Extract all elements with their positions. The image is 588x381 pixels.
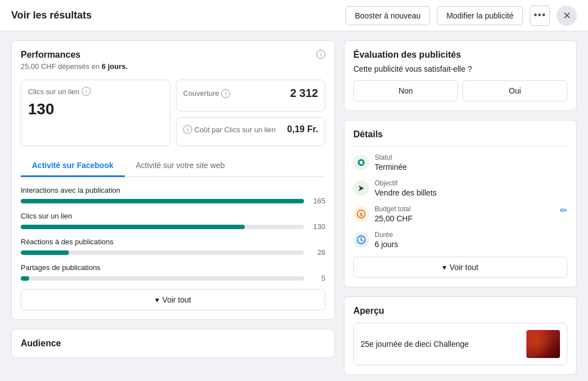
apercu-preview: 25e journée de dieci Challenge xyxy=(353,323,567,365)
dots-icon: ••• xyxy=(534,10,546,21)
bar-label-clics: Clics sur un lien xyxy=(21,212,325,220)
bar-label-interactions: Interactions avec la publication xyxy=(21,186,325,194)
performances-card: Performances i 25,00 CHF dépensés en 6 j… xyxy=(11,40,335,320)
activity-tabs: Activité sur Facebook Activité sur votre… xyxy=(21,155,325,177)
budget-value: 25,00 CHF xyxy=(375,214,554,223)
duree-icon xyxy=(353,232,369,248)
bar-track-clics xyxy=(21,225,304,229)
detail-row-budget: $ Budget total 25,00 CHF ✏ xyxy=(353,205,567,223)
clics-info-icon[interactable]: i xyxy=(82,87,91,96)
chevron-down-icon: ▾ xyxy=(155,295,159,304)
main-layout: Performances i 25,00 CHF dépensés en 6 j… xyxy=(0,31,588,381)
bar-count-reactions: 28 xyxy=(309,248,325,257)
bar-row-partages: Partages de publications 5 xyxy=(21,263,325,282)
bar-fill-partages xyxy=(21,276,29,281)
bar-track-reactions xyxy=(21,250,304,255)
page-title: Voir les résultats xyxy=(11,10,339,21)
right-stats: Couverture i 2 312 i Coût par Clics sur … xyxy=(176,80,325,146)
budget-key: Budget total xyxy=(375,205,554,213)
apercu-title: Aperçu xyxy=(353,306,567,316)
budget-edit-icon[interactable]: ✏ xyxy=(560,205,567,216)
more-options-button[interactable]: ••• xyxy=(530,6,550,26)
left-column: Performances i 25,00 CHF dépensés en 6 j… xyxy=(11,40,335,372)
evaluation-question: Cette publicité vous satisfait-elle ? xyxy=(353,64,567,73)
performances-info-icon[interactable]: i xyxy=(316,50,325,59)
status-icon xyxy=(353,155,369,170)
bar-fill-clics xyxy=(21,225,245,229)
cout-box: i Coût par Clics sur un lien 0,19 Fr. xyxy=(176,117,325,146)
tab-site[interactable]: Activité sur votre site web xyxy=(125,155,236,177)
right-column: Évaluation des publicités Cette publicit… xyxy=(344,40,577,372)
performances-header: Performances i xyxy=(21,50,325,60)
apercu-thumbnail xyxy=(526,330,560,358)
non-button[interactable]: Non xyxy=(353,80,458,101)
bar-count-interactions: 165 xyxy=(309,197,325,205)
duree-key: Durée xyxy=(375,231,567,239)
bar-fill-interactions xyxy=(21,199,304,203)
cout-label: i Coût par Clics sur un lien 0,19 Fr. xyxy=(183,124,318,134)
duree-content: Durée 6 jours xyxy=(375,231,567,249)
stats-grid: Clics sur un lien i 130 Couverture i 2 3… xyxy=(21,80,325,146)
clics-box: Clics sur un lien i 130 xyxy=(21,80,170,146)
couverture-box: Couverture i 2 312 xyxy=(176,80,325,111)
bar-row-clics: Clics sur un lien 130 xyxy=(21,212,325,231)
bar-row-reactions: Réactions à des publications 28 xyxy=(21,238,325,257)
details-card: Détails Statut Terminée xyxy=(344,120,577,287)
clics-label: Clics sur un lien i xyxy=(28,87,163,96)
bar-track-partages xyxy=(21,276,304,281)
svg-marker-2 xyxy=(358,185,364,191)
oui-button[interactable]: Oui xyxy=(463,80,567,101)
couverture-label: Couverture i 2 312 xyxy=(183,87,318,100)
objectif-key: Objectif xyxy=(375,179,567,187)
evaluation-card: Évaluation des publicités Cette publicit… xyxy=(344,40,577,111)
chevron-down-icon-details: ▾ xyxy=(442,263,446,272)
bar-container-interactions: 165 xyxy=(21,197,325,205)
view-all-details-button[interactable]: ▾ Voir tout xyxy=(353,257,567,278)
audience-card: Audience xyxy=(11,329,335,358)
bar-count-partages: 5 xyxy=(309,274,325,282)
header: Voir les résultats Booster à nouveau Mod… xyxy=(0,0,588,31)
objectif-value: Vendre des billets xyxy=(375,188,567,197)
evaluation-title: Évaluation des publicités xyxy=(353,50,567,60)
bar-container-clics: 130 xyxy=(21,222,325,231)
bar-label-partages: Partages de publications xyxy=(21,263,325,272)
close-icon: ✕ xyxy=(563,10,571,22)
couverture-info-icon[interactable]: i xyxy=(221,89,230,98)
performances-title: Performances xyxy=(21,50,81,60)
budget-icon: $ xyxy=(353,206,369,222)
performances-subtitle: 25,00 CHF dépensés en 6 jours. xyxy=(21,62,325,71)
bar-container-partages: 5 xyxy=(21,274,325,282)
bar-container-reactions: 28 xyxy=(21,248,325,257)
cout-value: 0,19 Fr. xyxy=(278,124,318,134)
apercu-preview-text: 25e journée de dieci Challenge xyxy=(361,340,520,349)
booster-button[interactable]: Booster à nouveau xyxy=(346,6,431,25)
view-all-performances-button[interactable]: ▾ Voir tout xyxy=(21,289,325,310)
audience-title: Audience xyxy=(21,338,325,349)
clics-value: 130 xyxy=(28,100,163,118)
detail-row-duree: Durée 6 jours xyxy=(353,231,567,249)
details-title: Détails xyxy=(353,129,567,140)
statut-value: Terminée xyxy=(375,162,567,171)
budget-content: Budget total 25,00 CHF xyxy=(375,205,554,223)
bar-row-interactions: Interactions avec la publication 165 xyxy=(21,186,325,205)
objectif-content: Objectif Vendre des billets xyxy=(375,179,567,197)
bar-chart: Interactions avec la publication 165 Cli… xyxy=(21,186,325,282)
modifier-button[interactable]: Modifier la publicité xyxy=(437,6,523,25)
statut-content: Statut Terminée xyxy=(375,154,567,171)
statut-key: Statut xyxy=(375,154,567,161)
details-divider xyxy=(353,146,567,147)
couverture-value: 2 312 xyxy=(232,87,318,100)
bar-label-reactions: Réactions à des publications xyxy=(21,238,325,246)
bar-count-clics: 130 xyxy=(309,222,325,231)
bar-track-interactions xyxy=(21,199,304,203)
bar-fill-reactions xyxy=(21,250,69,255)
objectif-icon xyxy=(353,180,369,196)
svg-point-1 xyxy=(360,161,363,164)
cout-info-icon[interactable]: i xyxy=(183,125,192,134)
detail-row-statut: Statut Terminée xyxy=(353,154,567,171)
close-button[interactable]: ✕ xyxy=(557,6,577,26)
evaluation-buttons: Non Oui xyxy=(353,80,567,101)
tab-facebook[interactable]: Activité sur Facebook xyxy=(21,155,125,177)
duree-value: 6 jours xyxy=(375,240,567,249)
apercu-card: Aperçu 25e journée de dieci Challenge xyxy=(344,296,577,375)
